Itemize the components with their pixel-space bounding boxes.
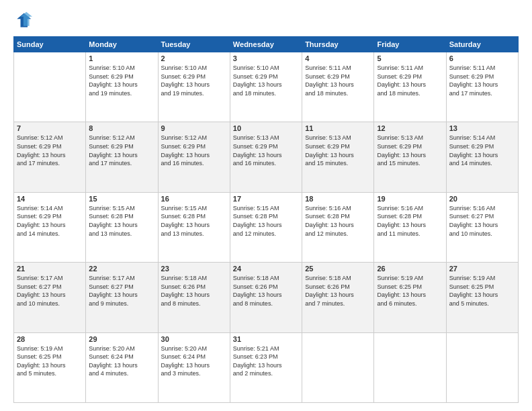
day-number: 31 — [233, 335, 299, 343]
day-number: 7 — [17, 124, 83, 132]
day-number: 9 — [161, 124, 227, 132]
day-info: Sunrise: 5:18 AM Sunset: 6:26 PM Dayligh… — [161, 274, 227, 308]
calendar-cell: 13Sunrise: 5:14 AM Sunset: 6:29 PM Dayli… — [446, 122, 518, 192]
calendar-cell: 27Sunrise: 5:19 AM Sunset: 6:25 PM Dayli… — [446, 263, 518, 332]
calendar-cell: 28Sunrise: 5:19 AM Sunset: 6:25 PM Dayli… — [14, 332, 86, 402]
calendar-header-thursday: Thursday — [302, 37, 374, 52]
calendar-cell: 17Sunrise: 5:15 AM Sunset: 6:28 PM Dayli… — [230, 192, 302, 262]
day-info: Sunrise: 5:12 AM Sunset: 6:29 PM Dayligh… — [89, 134, 154, 167]
day-info: Sunrise: 5:13 AM Sunset: 6:29 PM Dayligh… — [233, 134, 299, 167]
day-info: Sunrise: 5:11 AM Sunset: 6:29 PM Dayligh… — [305, 64, 371, 97]
calendar-cell: 2Sunrise: 5:10 AM Sunset: 6:29 PM Daylig… — [158, 52, 230, 122]
calendar-cell: 24Sunrise: 5:18 AM Sunset: 6:26 PM Dayli… — [230, 263, 302, 332]
day-info: Sunrise: 5:19 AM Sunset: 6:25 PM Dayligh… — [377, 274, 443, 308]
calendar-week-3: 14Sunrise: 5:14 AM Sunset: 6:29 PM Dayli… — [14, 192, 519, 262]
calendar-cell: 15Sunrise: 5:15 AM Sunset: 6:28 PM Dayli… — [86, 192, 158, 262]
day-number: 10 — [233, 124, 299, 132]
day-info: Sunrise: 5:10 AM Sunset: 6:29 PM Dayligh… — [89, 64, 154, 97]
day-number: 29 — [89, 335, 154, 343]
page: SundayMondayTuesdayWednesdayThursdayFrid… — [0, 0, 532, 411]
logo — [13, 11, 35, 30]
day-number: 19 — [377, 195, 443, 203]
day-info: Sunrise: 5:19 AM Sunset: 6:25 PM Dayligh… — [17, 345, 83, 378]
day-number: 22 — [89, 265, 154, 273]
calendar-cell — [14, 52, 86, 122]
calendar-cell: 1Sunrise: 5:10 AM Sunset: 6:29 PM Daylig… — [86, 52, 158, 122]
calendar-cell: 3Sunrise: 5:10 AM Sunset: 6:29 PM Daylig… — [230, 52, 302, 122]
day-number: 14 — [17, 195, 83, 203]
day-info: Sunrise: 5:11 AM Sunset: 6:29 PM Dayligh… — [449, 64, 515, 97]
day-info: Sunrise: 5:16 AM Sunset: 6:28 PM Dayligh… — [305, 204, 371, 238]
day-number: 17 — [233, 195, 299, 203]
day-number: 26 — [377, 265, 443, 273]
day-number: 20 — [449, 195, 515, 203]
calendar-cell — [446, 332, 518, 402]
calendar-cell — [302, 332, 374, 402]
day-number: 1 — [89, 54, 154, 62]
day-number: 3 — [233, 54, 299, 62]
day-number: 27 — [449, 265, 515, 273]
calendar-week-1: 1Sunrise: 5:10 AM Sunset: 6:29 PM Daylig… — [14, 52, 519, 122]
calendar-cell: 9Sunrise: 5:12 AM Sunset: 6:29 PM Daylig… — [158, 122, 230, 192]
calendar-cell: 19Sunrise: 5:16 AM Sunset: 6:28 PM Dayli… — [374, 192, 446, 262]
day-number: 16 — [161, 195, 227, 203]
day-info: Sunrise: 5:16 AM Sunset: 6:27 PM Dayligh… — [449, 204, 515, 238]
calendar-cell: 5Sunrise: 5:11 AM Sunset: 6:29 PM Daylig… — [374, 52, 446, 122]
calendar-cell: 12Sunrise: 5:13 AM Sunset: 6:29 PM Dayli… — [374, 122, 446, 192]
day-info: Sunrise: 5:14 AM Sunset: 6:29 PM Dayligh… — [449, 134, 515, 167]
day-number: 15 — [89, 195, 154, 203]
day-info: Sunrise: 5:17 AM Sunset: 6:27 PM Dayligh… — [89, 274, 154, 308]
day-info: Sunrise: 5:17 AM Sunset: 6:27 PM Dayligh… — [17, 274, 83, 308]
calendar-header-wednesday: Wednesday — [230, 37, 302, 52]
day-number: 18 — [305, 195, 371, 203]
day-number: 4 — [305, 54, 371, 62]
day-number: 11 — [305, 124, 371, 132]
day-number: 23 — [161, 265, 227, 273]
calendar-header-saturday: Saturday — [446, 37, 518, 52]
calendar-cell: 8Sunrise: 5:12 AM Sunset: 6:29 PM Daylig… — [86, 122, 158, 192]
day-number: 6 — [449, 54, 515, 62]
calendar-week-5: 28Sunrise: 5:19 AM Sunset: 6:25 PM Dayli… — [14, 332, 519, 402]
day-number: 25 — [305, 265, 371, 273]
calendar-cell — [374, 332, 446, 402]
calendar-header-friday: Friday — [374, 37, 446, 52]
day-number: 5 — [377, 54, 443, 62]
day-info: Sunrise: 5:19 AM Sunset: 6:25 PM Dayligh… — [449, 274, 515, 308]
day-info: Sunrise: 5:13 AM Sunset: 6:29 PM Dayligh… — [377, 134, 443, 167]
calendar-header-monday: Monday — [86, 37, 158, 52]
day-number: 12 — [377, 124, 443, 132]
day-number: 8 — [89, 124, 154, 132]
day-info: Sunrise: 5:14 AM Sunset: 6:29 PM Dayligh… — [17, 204, 83, 238]
day-info: Sunrise: 5:10 AM Sunset: 6:29 PM Dayligh… — [233, 64, 299, 97]
day-info: Sunrise: 5:15 AM Sunset: 6:28 PM Dayligh… — [89, 204, 154, 238]
logo-icon — [13, 11, 32, 30]
calendar-cell: 7Sunrise: 5:12 AM Sunset: 6:29 PM Daylig… — [14, 122, 86, 192]
calendar-cell: 11Sunrise: 5:13 AM Sunset: 6:29 PM Dayli… — [302, 122, 374, 192]
calendar-cell: 6Sunrise: 5:11 AM Sunset: 6:29 PM Daylig… — [446, 52, 518, 122]
calendar-header-row: SundayMondayTuesdayWednesdayThursdayFrid… — [14, 37, 519, 52]
day-info: Sunrise: 5:20 AM Sunset: 6:24 PM Dayligh… — [89, 345, 154, 378]
day-number: 24 — [233, 265, 299, 273]
calendar-cell: 30Sunrise: 5:20 AM Sunset: 6:24 PM Dayli… — [158, 332, 230, 402]
calendar-header-sunday: Sunday — [14, 37, 86, 52]
calendar-header-tuesday: Tuesday — [158, 37, 230, 52]
calendar-cell: 29Sunrise: 5:20 AM Sunset: 6:24 PM Dayli… — [86, 332, 158, 402]
calendar-table: SundayMondayTuesdayWednesdayThursdayFrid… — [13, 36, 519, 403]
day-info: Sunrise: 5:12 AM Sunset: 6:29 PM Dayligh… — [161, 134, 227, 167]
calendar-cell: 4Sunrise: 5:11 AM Sunset: 6:29 PM Daylig… — [302, 52, 374, 122]
calendar-week-4: 21Sunrise: 5:17 AM Sunset: 6:27 PM Dayli… — [14, 263, 519, 332]
header — [13, 11, 519, 30]
day-number: 30 — [161, 335, 227, 343]
day-info: Sunrise: 5:18 AM Sunset: 6:26 PM Dayligh… — [233, 274, 299, 308]
day-info: Sunrise: 5:21 AM Sunset: 6:23 PM Dayligh… — [233, 345, 299, 378]
calendar-cell: 18Sunrise: 5:16 AM Sunset: 6:28 PM Dayli… — [302, 192, 374, 262]
day-number: 21 — [17, 265, 83, 273]
day-info: Sunrise: 5:16 AM Sunset: 6:28 PM Dayligh… — [377, 204, 443, 238]
calendar-cell: 26Sunrise: 5:19 AM Sunset: 6:25 PM Dayli… — [374, 263, 446, 332]
calendar-cell: 22Sunrise: 5:17 AM Sunset: 6:27 PM Dayli… — [86, 263, 158, 332]
calendar-cell: 14Sunrise: 5:14 AM Sunset: 6:29 PM Dayli… — [14, 192, 86, 262]
day-number: 13 — [449, 124, 515, 132]
day-info: Sunrise: 5:10 AM Sunset: 6:29 PM Dayligh… — [161, 64, 227, 97]
day-info: Sunrise: 5:18 AM Sunset: 6:26 PM Dayligh… — [305, 274, 371, 308]
calendar-cell: 16Sunrise: 5:15 AM Sunset: 6:28 PM Dayli… — [158, 192, 230, 262]
